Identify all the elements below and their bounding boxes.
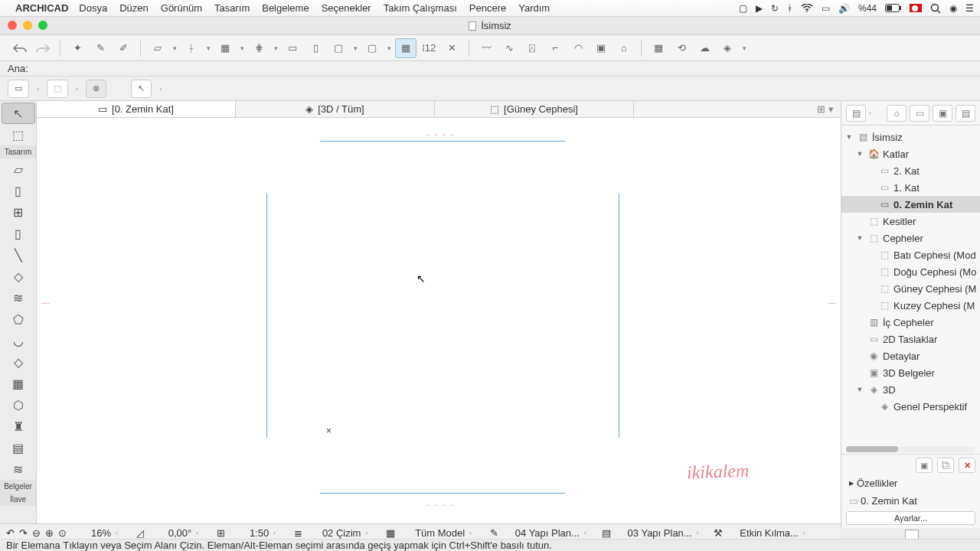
tree-item[interactable]: ⬚Kuzey Cephesi (M: [841, 297, 980, 314]
menu-options[interactable]: Seçenekler: [322, 2, 371, 14]
tree-item[interactable]: ▭0. Zemin Kat: [841, 196, 980, 213]
nav-prev-icon[interactable]: ↶: [6, 527, 15, 539]
plan1-value[interactable]: 04 Yapı Plan...: [515, 527, 580, 539]
new-view-button[interactable]: ▣: [916, 458, 933, 473]
tree-item[interactable]: ▭2. Kat: [841, 162, 980, 179]
tree-item[interactable]: ◉Detaylar: [841, 347, 980, 364]
zoom-value[interactable]: 16%: [91, 527, 111, 539]
menu-edit[interactable]: Düzen: [119, 2, 149, 14]
chevron-right-icon[interactable]: ›: [156, 85, 165, 93]
menu-design[interactable]: Tasarım: [214, 2, 250, 14]
delete-view-button[interactable]: ✕: [959, 458, 975, 473]
trace2-button[interactable]: ▢: [361, 38, 383, 58]
battery-text[interactable]: %44: [858, 3, 877, 14]
nav-layout-button[interactable]: ▣: [933, 105, 952, 122]
wifi-icon[interactable]: [801, 4, 813, 12]
dropdown-icon[interactable]: ▾: [351, 44, 360, 52]
menu-view[interactable]: Görünüm: [161, 2, 202, 14]
model-value[interactable]: Tüm Model: [415, 527, 465, 539]
settings-button[interactable]: Ayarlar...: [846, 511, 975, 525]
magnet-mode[interactable]: ⊗: [86, 80, 106, 98]
renov-value[interactable]: Etkin Kılma...: [740, 527, 799, 539]
scale-value[interactable]: 1:50: [250, 527, 269, 539]
input-flag-tr[interactable]: [910, 4, 922, 12]
minimize-window-button[interactable]: [23, 21, 32, 30]
tab-overflow[interactable]: ⊞ ▾: [810, 101, 841, 117]
elev-button[interactable]: ⍓: [521, 38, 543, 58]
tab-floorplan[interactable]: ▭[0. Zemin Kat]: [37, 101, 236, 117]
dropdown-icon[interactable]: ▾: [204, 44, 213, 52]
timemachine-icon[interactable]: ↻: [771, 3, 779, 14]
object-tool[interactable]: ♜: [2, 416, 35, 437]
marquee-tool[interactable]: ⬚: [2, 124, 35, 145]
tree-item[interactable]: ▭1. Kat: [841, 179, 980, 196]
display-icon[interactable]: ▭: [822, 3, 830, 14]
app-name[interactable]: ARCHICAD: [15, 2, 68, 14]
tree-item[interactable]: ▣3D Belgeler: [841, 364, 980, 381]
tree-item[interactable]: ▥İç Cepheler: [841, 314, 980, 331]
beam-tool[interactable]: ╲: [2, 244, 35, 266]
grid-button[interactable]: ⋕: [248, 38, 270, 58]
zoom-window-button[interactable]: [38, 21, 47, 30]
spotlight-icon[interactable]: [930, 3, 941, 14]
horizontal-scrollbar[interactable]: [846, 446, 975, 452]
stair-tool[interactable]: ≋: [2, 287, 35, 308]
dropdown-icon[interactable]: ▾: [170, 44, 179, 52]
zone-tool[interactable]: ▤: [2, 437, 35, 458]
spline-button[interactable]: ∿: [498, 38, 520, 58]
nav-project-button[interactable]: ⌂: [887, 105, 906, 122]
detail-button[interactable]: ▣: [590, 38, 612, 58]
inject-button[interactable]: ✐: [113, 38, 134, 58]
menu-help[interactable]: Yardım: [518, 2, 550, 14]
element-info-button[interactable]: ▦: [648, 38, 669, 58]
element-mode[interactable]: ⬚: [47, 80, 68, 98]
notification-center-icon[interactable]: ☰: [965, 3, 974, 14]
tree-item[interactable]: ⬚Batı Cephesi (Mod: [841, 246, 980, 263]
tree-item[interactable]: ▼⬚Cepheler: [841, 230, 980, 246]
morph-tool[interactable]: ⬡: [2, 394, 35, 416]
door-tool[interactable]: ▯: [2, 180, 35, 201]
nav-menu-button[interactable]: ▤: [846, 105, 866, 122]
home-button[interactable]: ⌂: [613, 38, 635, 58]
tree-item[interactable]: ▼🏠Katlar: [841, 145, 980, 162]
tab-elevation[interactable]: ⬚[Güney Cephesi]: [435, 101, 634, 117]
volume-icon[interactable]: 🔊: [838, 3, 850, 14]
disclosure-icon[interactable]: ▶: [849, 480, 854, 487]
curve-button[interactable]: 〰: [475, 38, 497, 58]
morph-button[interactable]: ◈: [717, 38, 738, 58]
marquee-mode[interactable]: ▭: [8, 80, 29, 98]
zoom-in-icon[interactable]: ⊕: [45, 527, 54, 539]
wall-tool[interactable]: ▱: [2, 158, 35, 180]
dimension-button[interactable]: ⁞12: [418, 38, 439, 58]
suspend-groups-button[interactable]: ▦: [395, 38, 416, 58]
nav-publisher-button[interactable]: ▤: [956, 105, 975, 122]
chevron-right-icon[interactable]: ›: [34, 85, 42, 93]
column-tool[interactable]: ▯: [2, 223, 35, 244]
tree-item[interactable]: ▼▤İsimsiz: [841, 129, 980, 145]
layer-value[interactable]: 02 Çizim: [322, 527, 361, 539]
navigator-tree[interactable]: ▼▤İsimsiz▼🏠Katlar▭2. Kat▭1. Kat▭0. Zemin…: [841, 126, 980, 445]
guideline-button[interactable]: ⟊: [181, 38, 202, 58]
close-window-button[interactable]: [8, 21, 17, 30]
menu-teamwork[interactable]: Takım Çalışması: [384, 2, 457, 14]
zoom-out-icon[interactable]: ⊖: [32, 527, 41, 539]
drawing-canvas[interactable]: - - - - - - - - ┊ ┊ ↖ × ikikalem: [37, 118, 841, 528]
dropdown-icon[interactable]: ▾: [237, 44, 247, 52]
shell-tool[interactable]: ◡: [2, 330, 35, 351]
slab-tool[interactable]: ◇: [2, 266, 35, 287]
tree-item[interactable]: ▼◈3D: [841, 381, 980, 398]
dropdown-icon[interactable]: ▾: [271, 44, 280, 52]
window-tool[interactable]: ⊞: [2, 201, 35, 223]
skylight-tool[interactable]: ◇: [2, 351, 35, 373]
tab-3d[interactable]: ◈[3D / Tüm]: [236, 101, 435, 117]
relative-construction-button[interactable]: ▱: [147, 38, 168, 58]
point-button[interactable]: ✕: [441, 38, 462, 58]
arrow-tool[interactable]: ↖: [2, 103, 35, 124]
mesh-tool[interactable]: ≋: [2, 458, 35, 480]
play-icon[interactable]: ▶: [756, 3, 763, 14]
zoom-fit-icon[interactable]: ⊙: [58, 527, 67, 539]
curtainwall-tool[interactable]: ▦: [2, 373, 35, 394]
pick-button[interactable]: ✦: [67, 38, 88, 58]
bluetooth-icon[interactable]: ᚼ: [787, 3, 792, 14]
section-button[interactable]: ⌐: [544, 38, 566, 58]
